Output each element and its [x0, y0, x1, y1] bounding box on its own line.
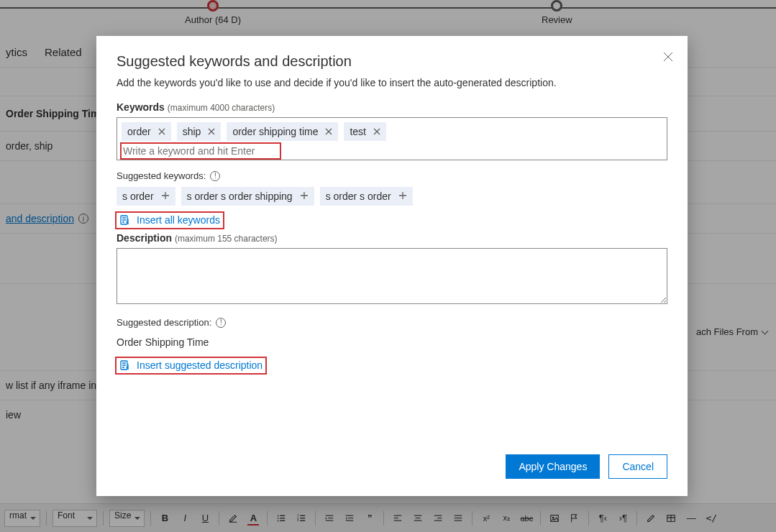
chip-label: ship — [183, 126, 201, 137]
chip-label: s order s order — [326, 191, 391, 202]
remove-icon[interactable] — [158, 126, 165, 137]
highlight-box-keyword-input — [122, 144, 280, 158]
suggested-keyword-chip[interactable]: s order — [117, 187, 175, 206]
highlight-box-insert-description: Insert suggested description — [117, 358, 265, 373]
dialog-subtitle: Add the keywords you'd like to use and d… — [117, 77, 667, 88]
apply-changes-button[interactable]: Apply Changes — [506, 454, 600, 479]
add-icon[interactable] — [161, 191, 170, 202]
keyword-chips: ordershiporder shipping timetest — [122, 122, 662, 141]
close-button[interactable] — [663, 52, 673, 64]
chip-label: s order — [122, 191, 154, 202]
suggested-keyword-chip[interactable]: s order s order — [320, 187, 413, 206]
add-icon[interactable] — [398, 191, 407, 202]
insert-all-keywords-link[interactable]: Insert all keywords — [117, 213, 223, 227]
suggested-keyword-chips: s orders order s order shippings order s… — [117, 187, 667, 206]
dialog-footer: Apply Changes Cancel — [117, 454, 667, 479]
highlight-box-insert-all: Insert all keywords — [117, 213, 223, 228]
suggested-description-label: Suggested description: ! — [117, 317, 667, 328]
suggested-keywords-label: Suggested keywords: ! — [117, 170, 667, 181]
description-label: Description (maximum 155 characters) — [117, 232, 667, 244]
description-textarea[interactable] — [117, 248, 667, 304]
cancel-button[interactable]: Cancel — [608, 454, 667, 479]
remove-icon[interactable] — [325, 126, 332, 137]
suggested-description-text: Order Shipping Time — [117, 336, 667, 348]
keywords-label: Keywords (maximum 4000 characters) — [117, 101, 667, 113]
keyword-chip[interactable]: test — [344, 122, 386, 141]
keyword-chip[interactable]: order — [122, 122, 171, 141]
chip-label: order shipping time — [232, 126, 318, 137]
keywords-input-box[interactable]: ordershiporder shipping timetest — [117, 117, 667, 160]
keyword-chip[interactable]: ship — [177, 122, 222, 141]
insert-suggested-description-link[interactable]: Insert suggested description — [117, 358, 265, 372]
keyword-chip[interactable]: order shipping time — [227, 122, 338, 141]
info-icon[interactable]: ! — [216, 318, 226, 328]
suggested-keywords-dialog: Suggested keywords and description Add t… — [96, 36, 688, 496]
chip-label: s order s order shipping — [187, 191, 293, 202]
chip-label: order — [127, 126, 151, 137]
remove-icon[interactable] — [208, 126, 215, 137]
info-icon[interactable]: ! — [210, 171, 220, 181]
chip-label: test — [350, 126, 366, 137]
add-icon[interactable] — [300, 191, 309, 202]
dialog-title: Suggested keywords and description — [117, 53, 667, 70]
suggested-keyword-chip[interactable]: s order s order shipping — [181, 187, 314, 206]
remove-icon[interactable] — [373, 126, 380, 137]
keyword-input[interactable] — [122, 144, 280, 158]
